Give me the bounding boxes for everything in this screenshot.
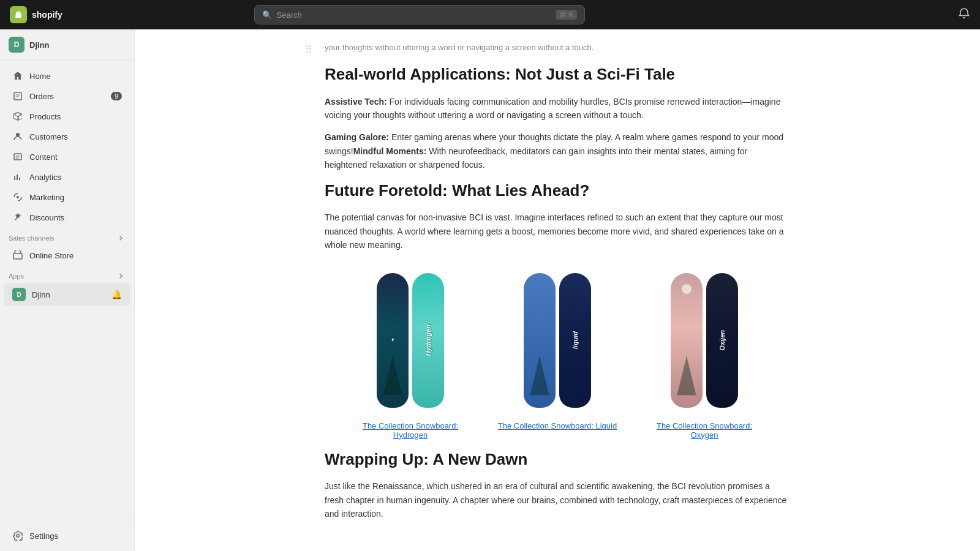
notification-bell[interactable] bbox=[958, 7, 970, 23]
liquid-board-2: liquid bbox=[559, 273, 591, 408]
oxygen-link[interactable]: The Collection Snowboard: Oxygen bbox=[643, 421, 766, 440]
sidebar-item-orders[interactable]: Orders 9 bbox=[4, 86, 130, 106]
hydrogen-board-2: Hydrogen bbox=[412, 273, 444, 408]
marketing-icon bbox=[12, 192, 23, 203]
djinn-app-label: Djinn bbox=[32, 290, 50, 299]
shopify-logo-icon bbox=[10, 6, 27, 23]
svg-point-1 bbox=[16, 133, 20, 137]
svg-rect-4 bbox=[13, 253, 22, 259]
wrapping-paragraph: Just like the Renaissance, which ushered… bbox=[325, 479, 790, 520]
customers-label: Customers bbox=[29, 132, 68, 141]
sidebar-item-discounts[interactable]: Discounts bbox=[4, 208, 130, 227]
shopify-logo[interactable]: shopify bbox=[10, 6, 62, 23]
assistive-tech-paragraph: Assistive Tech: For individuals facing c… bbox=[325, 95, 790, 122]
oxygen-image: Oxijen bbox=[655, 267, 753, 414]
hydrogen-link[interactable]: The Collection Snowboard: Hydrogen bbox=[349, 421, 472, 440]
products-label: Products bbox=[29, 112, 61, 121]
sidebar-item-djinn[interactable]: D Djinn 🔔 bbox=[4, 283, 130, 305]
assistive-tech-title: Assistive Tech: bbox=[325, 97, 387, 107]
sidebar-nav: Home Orders 9 Products bbox=[0, 61, 134, 520]
section2-heading: Future Foretold: What Lies Ahead? bbox=[325, 181, 790, 201]
sidebar-item-content[interactable]: Content bbox=[4, 147, 130, 167]
store-header[interactable]: D Djinn bbox=[0, 29, 134, 61]
sidebar-item-products[interactable]: Products bbox=[4, 107, 130, 126]
products-icon bbox=[12, 111, 23, 122]
search-icon: 🔍 bbox=[262, 10, 272, 20]
product-oxygen: Oxijen The Collection Snowboard: Oxygen bbox=[643, 267, 766, 440]
mindful-title: Mindful Moments: bbox=[353, 146, 427, 156]
hydrogen-image: ⭑ Hydrogen bbox=[361, 267, 459, 414]
apps-label: Apps bbox=[9, 272, 24, 280]
product-liquid: liquid The Collection Snowboard: Liquid bbox=[496, 267, 619, 440]
djinn-app-icon: D bbox=[12, 288, 26, 301]
article-top-paragraph: your thoughts without uttering a word or… bbox=[325, 42, 790, 54]
liquid-image: liquid bbox=[508, 267, 606, 414]
apps-section: Apps bbox=[0, 266, 134, 283]
future-paragraph: The potential canvas for non-invasive BC… bbox=[325, 211, 790, 252]
liquid-board-1 bbox=[524, 273, 556, 408]
home-icon bbox=[12, 70, 23, 81]
oxygen-board-1 bbox=[671, 273, 703, 408]
svg-rect-0 bbox=[14, 92, 21, 100]
orders-label: Orders bbox=[29, 92, 54, 101]
sidebar-bottom: Settings bbox=[0, 520, 134, 551]
search-container: 🔍 Search ⌘ K bbox=[254, 5, 585, 24]
gaming-paragraph: Gaming Galore: Enter gaming arenas where… bbox=[325, 130, 790, 171]
search-shortcut: ⌘ K bbox=[556, 10, 576, 20]
discounts-label: Discounts bbox=[29, 213, 64, 222]
sales-channels-label: Sales channels bbox=[9, 234, 55, 242]
analytics-label: Analytics bbox=[29, 173, 61, 182]
products-row: ⭑ Hydrogen The Collection Snowboard: Hyd… bbox=[325, 267, 790, 440]
home-label: Home bbox=[29, 72, 51, 81]
marketing-label: Marketing bbox=[29, 193, 64, 202]
content-area: ⠿ your thoughts without uttering a word … bbox=[135, 29, 980, 551]
section1-heading: Real-world Applications: Not Just a Sci-… bbox=[325, 64, 790, 85]
orders-icon bbox=[12, 91, 23, 102]
topbar: shopify 🔍 Search ⌘ K bbox=[0, 0, 980, 29]
sidebar-item-analytics[interactable]: Analytics bbox=[4, 167, 130, 187]
analytics-icon bbox=[12, 171, 23, 182]
content-label: Content bbox=[29, 152, 58, 162]
assistive-tech-text: For individuals facing communication and… bbox=[325, 97, 780, 120]
search-box[interactable]: 🔍 Search ⌘ K bbox=[254, 5, 585, 24]
sidebar-item-marketing[interactable]: Marketing bbox=[4, 187, 130, 207]
settings-label: Settings bbox=[29, 531, 58, 541]
discounts-icon bbox=[12, 212, 23, 223]
sidebar-item-home[interactable]: Home bbox=[4, 66, 130, 86]
liquid-link[interactable]: The Collection Snowboard: Liquid bbox=[498, 421, 617, 430]
product-hydrogen: ⭑ Hydrogen The Collection Snowboard: Hyd… bbox=[349, 267, 472, 440]
article-content: ⠿ your thoughts without uttering a word … bbox=[300, 29, 815, 551]
sidebar-item-settings[interactable]: Settings bbox=[4, 526, 130, 545]
svg-rect-2 bbox=[14, 154, 21, 160]
shopify-wordmark: shopify bbox=[32, 10, 62, 20]
djinn-bell-icon[interactable]: 🔔 bbox=[111, 290, 122, 299]
main-layout: D Djinn Home Orders bbox=[0, 29, 980, 551]
settings-icon bbox=[12, 530, 23, 541]
store-icon: D bbox=[9, 37, 24, 53]
oxygen-board-2: Oxijen bbox=[706, 273, 738, 408]
gaming-title: Gaming Galore: bbox=[325, 132, 389, 142]
svg-point-3 bbox=[17, 196, 19, 198]
sidebar: D Djinn Home Orders bbox=[0, 29, 135, 551]
sidebar-item-online-store[interactable]: Online Store bbox=[4, 246, 130, 265]
sales-channels-section: Sales channels bbox=[0, 228, 134, 245]
customers-icon bbox=[12, 131, 23, 142]
drag-handle[interactable]: ⠿ bbox=[305, 44, 312, 56]
section3-heading: Wrapping Up: A New Dawn bbox=[325, 449, 790, 470]
search-placeholder: Search bbox=[277, 10, 552, 20]
sidebar-item-customers[interactable]: Customers bbox=[4, 127, 130, 146]
content-icon bbox=[12, 151, 23, 162]
online-store-label: Online Store bbox=[29, 251, 74, 260]
orders-badge: 9 bbox=[111, 92, 122, 100]
hydrogen-board-1: ⭑ bbox=[377, 273, 409, 408]
online-store-icon bbox=[12, 250, 23, 261]
store-name: Djinn bbox=[29, 40, 50, 50]
